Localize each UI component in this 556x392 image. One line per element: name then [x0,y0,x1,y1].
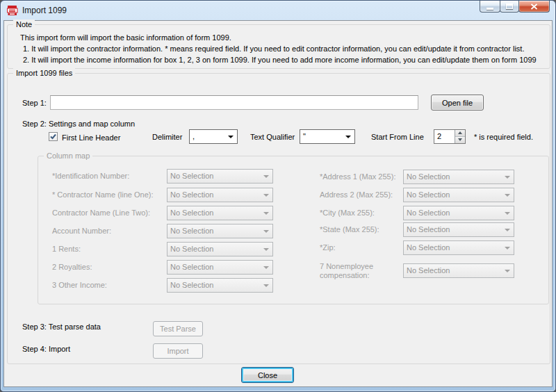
map-field-row: *Address 1 (Max 255): No Selection [38,170,539,184]
maximize-button[interactable] [500,1,519,13]
map-field-dropdown: No Selection [403,206,514,220]
chevron-down-icon [505,229,510,231]
map-field-row: *Zip: No Selection [38,240,539,255]
text-qualifier-label: Text Qualifier [250,132,295,142]
map-field-label: 3 Other Income: [52,280,107,290]
close-button[interactable]: Close [241,367,294,383]
start-from-line-spinner[interactable]: 2 [434,129,466,144]
delimiter-value: , [193,132,195,140]
map-field-label: *City (Max 255): [320,208,375,218]
map-field-dropdown: No Selection [403,263,514,278]
chevron-down-icon [505,194,510,197]
titlebar: Import 1099 [1,1,555,20]
map-field-dropdown: No Selection [403,240,514,255]
chevron-down-icon [228,136,234,138]
app-icon [7,5,18,16]
chevron-down-icon [505,247,510,250]
open-file-button[interactable]: Open file [431,95,484,111]
required-field-note: * is required field. [474,132,533,142]
column-map-groupbox-title: Column map [44,151,92,161]
check-icon [50,133,56,140]
import-files-groupbox-title: Import 1099 files [13,68,75,78]
maximize-icon [506,3,513,9]
start-from-line-label: Start From Line [371,132,424,142]
spinner-up-button[interactable] [455,130,465,137]
map-field-row: *State (Max 255): No Selection [38,222,539,237]
chevron-down-icon [458,138,462,141]
map-field-row: Address 2 (Max 255): No Selection [38,188,539,202]
step3-label: Step 3: Test parse data [22,322,101,332]
note-groupbox-title: Note [13,19,35,29]
close-icon [530,3,538,10]
chevron-down-icon [263,284,269,287]
checkbox-label: First Line Header [62,133,120,142]
step1-label: Step 1: [22,98,47,108]
map-field-dropdown: No Selection [403,188,514,202]
map-field-row: *City (Max 255): No Selection [38,206,539,220]
map-field-dropdown: No Selection [403,222,514,237]
start-from-line-value: 2 [437,132,441,140]
delimiter-label: Delimiter [152,132,182,142]
text-qualifier-value: " [303,132,306,140]
chevron-down-icon [505,212,510,215]
map-field-dropdown: No Selection [167,278,273,293]
map-field-label: Address 2 (Max 255): [320,190,393,199]
step4-label: Step 4: Import [22,344,70,354]
text-qualifier-dropdown[interactable]: " [300,129,355,144]
map-field-label: *State (Max 255): [320,224,379,234]
file-path-input[interactable] [50,95,418,110]
window-controls [480,1,550,13]
map-field-row: 3 Other Income: No Selection [38,278,288,293]
close-window-button[interactable] [518,1,550,13]
step2-label: Step 2: Settings and map column [22,119,135,129]
chevron-down-icon [345,136,351,138]
map-field-dropdown: No Selection [403,170,514,184]
column-map-groupbox: Column map *Identification Number: No Se… [38,156,549,304]
map-field-label: 7 Nonemployee compensation: [320,262,398,280]
map-field-label: *Zip: [320,243,336,252]
chevron-down-icon [505,176,510,179]
minimize-icon [486,8,493,10]
map-field-label: *Address 1 (Max 255): [320,172,395,181]
import-1099-window: Import 1099 Note This import form will i… [0,0,556,392]
chevron-up-icon [458,131,462,134]
map-field-row: 7 Nonemployee compensation: No Selection [38,263,539,278]
spinner-buttons [455,130,465,143]
import-button: Import [153,343,203,359]
dialog-client-area: Note This import form will import the ba… [3,20,553,387]
delimiter-dropdown[interactable]: , [189,129,238,144]
checkbox-box [49,132,58,141]
note-line: 1. It will import the contractor informa… [20,43,550,54]
test-parse-button: Test Parse [153,321,203,336]
note-text: This import form will import the basic i… [20,32,550,76]
note-line: This import form will import the basic i… [20,32,550,43]
minimize-button[interactable] [480,1,500,13]
window-title: Import 1099 [22,6,67,15]
spinner-down-button[interactable] [455,137,465,144]
chevron-down-icon [505,270,510,272]
note-groupbox: Note This import form will import the ba… [7,24,550,69]
